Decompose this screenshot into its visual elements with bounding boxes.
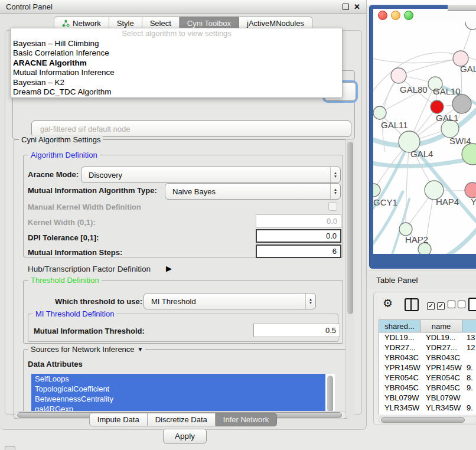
table-cell [462,353,476,363]
mi-type-value: Naive Bayes [165,187,330,196]
bottom-tab-discretize-data[interactable]: Discretize Data [148,413,216,426]
table-cell: 9. [462,363,476,373]
combo-stepper-icon[interactable]: ▲▼ [305,294,315,309]
kernel-width-label: Kernel Width (0,1): [28,218,96,227]
gear-icon[interactable]: ⚙ [383,298,393,309]
table-row-ybr043c[interactable]: YBR043CYBR043C [379,353,476,363]
close-traffic-light[interactable] [378,11,387,20]
mi-steps-field[interactable]: 6 [256,244,341,258]
table-row-yer054c[interactable]: YER054CYER054C8. [379,373,476,383]
table-row-ylr345w[interactable]: YLR345WYLR345W9. [379,403,476,413]
split-columns-icon[interactable] [405,298,419,311]
network-node-label-y: Y [471,197,476,207]
table-cell: YLR345W [379,403,420,413]
table-cell: YIL052C [379,413,420,415]
select-all-checkboxes-icon[interactable]: ✓✓ [427,301,445,310]
tab-label: Discretize Data [155,415,207,424]
zoom-traffic-light[interactable] [404,11,413,20]
minimize-traffic-light[interactable] [391,11,400,20]
table-row-ybl079w[interactable]: YBL079WYBL079W [379,393,476,403]
table-cell: YBR043C [420,353,462,363]
bottom-tab-impute-data[interactable]: Impute Data [89,413,148,426]
data-attributes-label: Data Attributes [28,360,83,369]
table-cell: YIL052C [420,413,462,415]
table-row-ydl19[interactable]: YDL19...YDL19...13 [379,332,476,343]
network-window-titlebar [373,9,476,22]
close-icon[interactable]: ✕ [354,3,360,11]
network-edge[interactable] [373,57,461,63]
algorithm-dropdown-placeholder: Select algorithm to view settings [11,28,342,38]
algorithm-option-bayesian-hill-climbing[interactable]: Bayesian – Hill Climbing [11,38,342,48]
table-row-ybr045c[interactable]: YBR045CYBR045C9. [379,383,476,393]
bottom-tabbar: Impute DataDiscretize DataInfer Network [0,413,366,426]
table-row-yil052c[interactable]: YIL052CYIL052C9. [379,413,476,415]
table-cell: YDL19... [420,332,462,343]
network-canvas[interactable]: GAL8GAL80GAL10GAL1GAL11SWI4GAL4GCY1HAP4Y… [373,22,476,254]
aracne-mode-label: Aracne Mode: [28,170,79,179]
network-node-label-gcy1: GCY1 [373,197,397,207]
tab-label: Infer Network [223,415,269,424]
table-cell: YBR045C [379,383,420,393]
table-panel-window: ⚙ ✓✓ shared...name YDL19...YDL19...13YDR… [373,292,476,425]
hub-expand-icon[interactable]: ▶ [166,264,172,273]
bottom-tab-infer-network[interactable]: Infer Network [216,413,277,426]
manual-kernel-checkbox[interactable] [328,202,337,211]
network-node[interactable] [373,184,380,197]
algorithm-option-mutual-information-inference[interactable]: Mutual Information Inference [11,68,342,78]
network-node[interactable] [465,22,476,30]
aracne-mode-combo[interactable]: Discovery ▲▼ [81,167,341,183]
file-icon[interactable] [468,298,476,311]
mi-threshold-value: 0.5 [325,326,336,335]
algorithm-option-dream8-dc-tdc-algorithm[interactable]: Dream8 DC_TDC Algorithm [11,87,342,97]
background-window-corner [448,5,476,11]
algorithm-option-aracne-algorithm[interactable]: ARACNE Algorithm [11,58,342,68]
attribute-item-topologicalcoefficient[interactable]: TopologicalCoefficient [31,384,325,394]
settings-vscrollbar[interactable] [345,139,354,418]
apply-button-label: Apply [175,432,195,441]
mi-type-label: Mutual Information Algorithm Type: [28,186,157,195]
network-node[interactable] [373,106,386,119]
table-hscrollbar[interactable] [379,416,476,423]
network-node[interactable] [431,100,444,113]
table-cell: 9. [462,413,476,415]
mi-steps-label: Mutual Information Steps: [28,248,122,257]
network-edge[interactable] [406,142,409,229]
control-panel-window: Control Panel ✕ NetworkStyleSelectCyni T… [0,0,367,430]
sources-collapse-icon[interactable]: ▼ [138,346,144,353]
network-node[interactable] [391,68,406,83]
dpi-tolerance-field[interactable]: 0.0 [256,229,341,243]
algorithm-option-bayesian-k2[interactable]: Bayesian – K2 [11,77,342,87]
apply-button[interactable]: Apply [163,429,207,444]
network-table-combo[interactable]: gal-filtered sif default node [31,120,351,137]
node-table: shared...name YDL19...YDL19...13YDR27...… [379,319,476,415]
tab-label: Network [73,19,101,28]
network-edge[interactable] [443,220,476,254]
network-node[interactable] [399,223,412,236]
combo-stepper-icon[interactable]: ▲▼ [330,184,340,199]
network-node-label-gal80: GAL80 [400,84,428,94]
table-cell: 9. [462,383,476,393]
attribute-item-betweennesscentrality[interactable]: BetweennessCentrality [31,394,325,404]
table-cell: YBL079W [420,393,462,403]
tab-label: Style [117,19,134,28]
network-node[interactable] [452,94,471,113]
algorithm-option-basic-correlation-inference[interactable]: Basic Correlation Inference [11,48,342,58]
column-header-name[interactable]: name [420,320,462,332]
minimized-panel-icon[interactable] [5,446,15,450]
table-row-ypr145w[interactable]: YPR145WYPR145W9. [379,363,476,373]
deselect-all-checkboxes-icon[interactable] [448,301,465,310]
data-attributes-list[interactable]: SelfLoopsTopologicalCoefficientBetweenne… [31,374,335,415]
column-header-2[interactable] [462,320,476,332]
attribute-item-selfloops[interactable]: SelfLoops [31,374,325,384]
combo-stepper-icon[interactable]: ▲▼ [330,167,340,182]
kernel-width-field[interactable]: 0.0 [256,214,341,228]
algorithm-definition-title: Algorithm Definition [28,151,100,159]
mi-type-combo[interactable]: Naive Bayes ▲▼ [165,183,341,200]
mi-threshold-field[interactable]: 0.5 [253,324,340,337]
table-row-ydr27[interactable]: YDR27...YDR27...12 [379,343,476,353]
float-window-icon[interactable] [343,4,349,10]
attributes-vscrollbar[interactable] [327,376,333,412]
which-threshold-combo[interactable]: MI Threshold ▲▼ [144,293,316,309]
network-node[interactable] [465,182,476,198]
column-header-shared[interactable]: shared... [379,320,420,332]
